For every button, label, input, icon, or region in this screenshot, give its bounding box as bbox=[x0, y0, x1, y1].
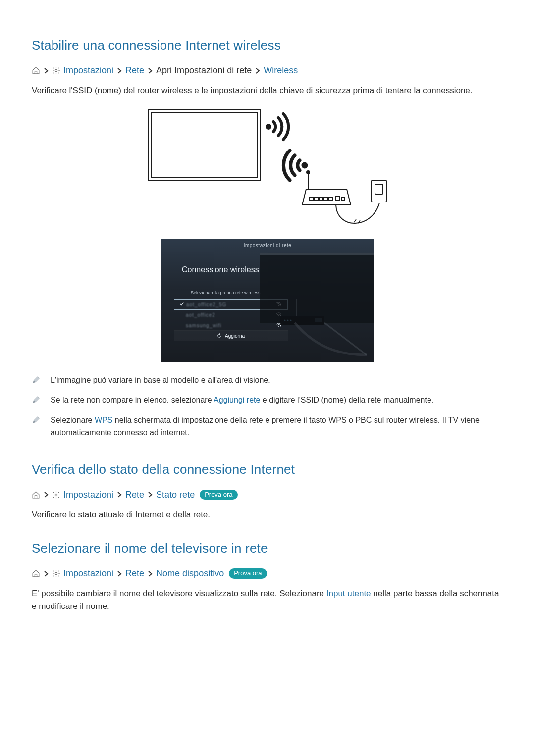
note-item: Selezionare WPS nella schermata di impos… bbox=[32, 412, 503, 442]
section-title-wireless: Stabilire una connessione Internet wirel… bbox=[32, 36, 503, 55]
path-impostazioni: Impostazioni bbox=[63, 64, 113, 77]
svg-rect-10 bbox=[336, 196, 340, 200]
chevron-right-icon bbox=[116, 492, 122, 498]
svg-rect-11 bbox=[342, 197, 345, 200]
chevron-right-icon bbox=[116, 68, 122, 74]
tv-network-row[interactable]: aot_office2_5G bbox=[174, 299, 288, 310]
section2-body: Verificare lo stato attuale di Internet … bbox=[32, 508, 503, 521]
chevron-right-icon bbox=[43, 571, 49, 577]
notes-list: L'immagine può variare in base al modell… bbox=[32, 372, 503, 442]
svg-point-18 bbox=[278, 325, 279, 326]
chevron-right-icon bbox=[147, 571, 153, 577]
svg-rect-19 bbox=[280, 325, 282, 326]
svg-point-28 bbox=[55, 494, 57, 496]
chevron-right-icon bbox=[43, 492, 49, 498]
svg-rect-26 bbox=[315, 318, 322, 322]
try-now-badge[interactable]: Prova ora bbox=[229, 568, 267, 579]
pencil-icon bbox=[32, 395, 41, 404]
note-text-pre: Selezionare bbox=[51, 416, 95, 424]
note-text-post: nella schermata di impostazione della re… bbox=[51, 416, 480, 437]
svg-rect-9 bbox=[329, 197, 333, 200]
refresh-icon bbox=[217, 333, 222, 338]
path-rete: Rete bbox=[125, 64, 144, 77]
gear-icon bbox=[52, 569, 60, 578]
pencil-icon bbox=[32, 415, 41, 424]
svg-rect-5 bbox=[309, 197, 313, 200]
svg-rect-15 bbox=[280, 304, 281, 305]
note-text: L'immagine può variare in base al modell… bbox=[51, 376, 270, 384]
wifi-lock-icon bbox=[276, 311, 283, 319]
breadcrumb-status: Impostazioni Rete Stato rete Prova ora bbox=[32, 488, 503, 502]
note-text-post: e digitare l'SSID (nome) della rete manu… bbox=[260, 396, 433, 404]
path-impostazioni: Impostazioni bbox=[63, 567, 113, 580]
breadcrumb-wireless: Impostazioni Rete Apri Impostazioni di r… bbox=[32, 64, 503, 77]
section3-body: E' possibile cambiare il nome del televi… bbox=[32, 587, 503, 612]
tv-heading: Connessione wireless bbox=[182, 264, 374, 276]
tv-network-row[interactable]: aot_office2 bbox=[174, 310, 288, 320]
network-illustration bbox=[139, 106, 396, 235]
wifi-lock-icon bbox=[276, 322, 283, 329]
svg-point-2 bbox=[303, 164, 306, 167]
home-icon bbox=[32, 491, 40, 499]
svg-point-16 bbox=[278, 315, 279, 316]
note-item: L'immagine può variare in base al modell… bbox=[32, 372, 503, 390]
tv-screenshot: Impostazioni di rete Connessione wireles… bbox=[161, 239, 374, 362]
wifi-lock-icon bbox=[275, 301, 282, 308]
tv-network-list: aot_office2_5G aot_office2 samsung_wifi bbox=[174, 299, 288, 341]
tv-refresh-row[interactable]: Aggiorna bbox=[174, 331, 288, 341]
pencil-icon bbox=[32, 375, 41, 384]
try-now-badge[interactable]: Prova ora bbox=[200, 490, 237, 500]
section3-body-link: Input utente bbox=[326, 589, 371, 598]
chevron-right-icon bbox=[147, 68, 153, 74]
svg-rect-21 bbox=[260, 253, 374, 255]
note-text-pre: Se la rete non compare in elenco, selezi… bbox=[51, 396, 214, 404]
chevron-right-icon bbox=[43, 68, 49, 74]
svg-rect-7 bbox=[319, 197, 323, 200]
svg-rect-13 bbox=[375, 184, 383, 194]
path-rete: Rete bbox=[125, 567, 144, 580]
chevron-right-icon bbox=[255, 68, 261, 74]
check-icon bbox=[179, 301, 186, 308]
section3-body-pre: E' possibile cambiare il nome del televi… bbox=[32, 589, 326, 598]
svg-point-29 bbox=[55, 573, 57, 575]
chevron-right-icon bbox=[116, 571, 122, 577]
note-link-wps: WPS bbox=[95, 416, 112, 424]
note-link-aggiungi: Aggiungi rete bbox=[214, 396, 260, 404]
breadcrumb-devicename: Impostazioni Rete Nome dispositivo Prova… bbox=[32, 567, 503, 580]
path-device: Nome dispositivo bbox=[156, 567, 224, 580]
tv-ssid: aot_office2_5G bbox=[186, 301, 275, 308]
section1-body: Verificare l'SSID (nome) del router wire… bbox=[32, 84, 503, 97]
svg-point-4 bbox=[307, 171, 310, 174]
tv-sublabel: Selezionare la propria rete wireless. bbox=[191, 290, 374, 297]
path-apri: Apri Impostazioni di rete bbox=[156, 64, 252, 77]
section-title-status: Verifica dello stato della connessione I… bbox=[32, 460, 503, 479]
gear-icon bbox=[52, 66, 60, 75]
tv-ssid: aot_office2 bbox=[186, 311, 276, 319]
section-title-devicename: Selezionare il nome del televisore in re… bbox=[32, 539, 503, 558]
tv-ssid: samsung_wifi bbox=[186, 322, 276, 329]
path-rete: Rete bbox=[125, 488, 144, 502]
svg-rect-17 bbox=[280, 314, 282, 316]
svg-rect-8 bbox=[324, 197, 328, 200]
path-impostazioni: Impostazioni bbox=[63, 488, 113, 502]
home-icon bbox=[32, 66, 40, 75]
svg-point-14 bbox=[278, 304, 279, 305]
tv-network-row[interactable]: samsung_wifi bbox=[174, 320, 288, 331]
home-icon bbox=[32, 569, 40, 578]
gear-icon bbox=[52, 491, 60, 499]
svg-point-0 bbox=[55, 69, 57, 71]
svg-rect-6 bbox=[314, 197, 318, 200]
tv-refresh-label: Aggiorna bbox=[225, 332, 245, 340]
svg-point-1 bbox=[267, 125, 270, 128]
path-stato: Stato rete bbox=[156, 488, 195, 502]
tv-topbar: Impostazioni di rete bbox=[161, 239, 374, 249]
note-item: Se la rete non compare in elenco, selezi… bbox=[32, 392, 503, 409]
path-wireless: Wireless bbox=[264, 64, 298, 77]
svg-point-25 bbox=[290, 319, 292, 321]
chevron-right-icon bbox=[147, 492, 153, 498]
